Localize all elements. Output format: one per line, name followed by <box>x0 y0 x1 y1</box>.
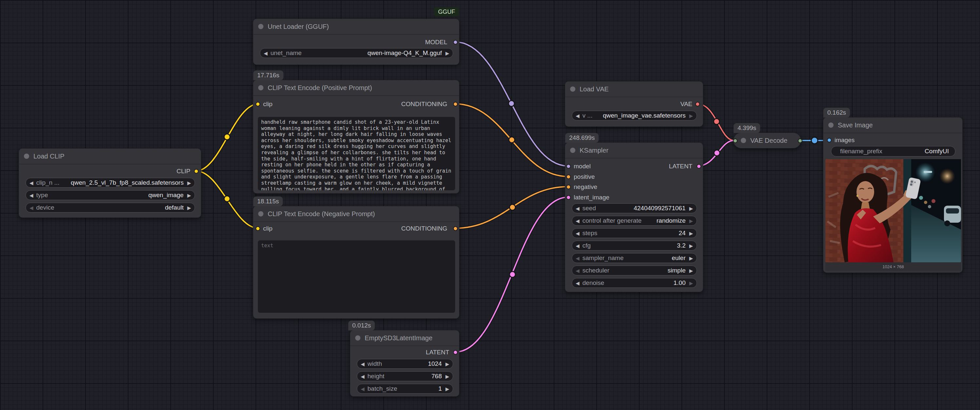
increment-arrow-icon[interactable]: ▶ <box>445 386 449 391</box>
collapsed-output-port[interactable] <box>798 138 802 143</box>
input-label-clip: clip <box>263 225 273 232</box>
link-midpoint-dot <box>714 150 720 156</box>
widget-type[interactable]: ◀ type qwen_image ▶ <box>25 190 195 200</box>
increment-arrow-icon[interactable]: ▶ <box>689 256 693 261</box>
decrement-arrow-icon[interactable]: ◀ <box>361 386 365 391</box>
increment-arrow-icon[interactable]: ▶ <box>187 205 191 210</box>
output-label-conditioning: CONDITIONING <box>401 100 447 108</box>
node-graph-canvas[interactable]: GGUF Unet Loader (GGUF) MODEL ◀ unet_nam… <box>0 0 980 410</box>
node-clip-text-encode-positive[interactable]: 17.716s CLIP Text Encode (Positive Promp… <box>253 80 459 194</box>
node-titlebar[interactable]: EmptySD3LatentImage <box>350 331 459 346</box>
output-label-vae: VAE <box>680 100 692 108</box>
output-port-model[interactable] <box>453 40 458 44</box>
decrement-arrow-icon[interactable]: ◀ <box>576 256 580 261</box>
decrement-arrow-icon[interactable]: ◀ <box>576 113 580 118</box>
node-load-clip[interactable]: Load CLIP CLIP ◀ clip_n ... qwen_2.5_vl_… <box>19 148 201 218</box>
decrement-arrow-icon[interactable]: ◀ <box>30 193 33 198</box>
node-titlebar[interactable]: Load VAE <box>565 81 703 97</box>
decrement-arrow-icon[interactable]: ◀ <box>30 205 33 210</box>
link-midpoint-dot <box>811 137 818 144</box>
execution-time-badge: 17.716s <box>253 70 283 80</box>
node-title: CLIP Text Encode (Positive Prompt) <box>268 84 372 92</box>
output-port-conditioning[interactable] <box>453 226 458 231</box>
decrement-arrow-icon[interactable]: ◀ <box>30 180 33 185</box>
widget-sampler-name[interactable]: ◀ sampler_name euler ▶ <box>572 253 697 263</box>
node-title: Load VAE <box>580 86 609 93</box>
link-midpoint-dot <box>509 100 514 106</box>
node-titlebar[interactable]: Unet Loader (GGUF) <box>253 19 459 35</box>
increment-arrow-icon[interactable]: ▶ <box>445 51 449 56</box>
increment-arrow-icon[interactable]: ▶ <box>689 281 693 286</box>
node-status-dot <box>258 85 263 91</box>
widget-height[interactable]: ◀ height 768 ▶ <box>357 371 453 381</box>
widget-vae-name[interactable]: ◀ v ... qwen_image_vae.safetensors ▶ <box>572 111 697 121</box>
input-port-latent-image[interactable] <box>566 195 571 200</box>
output-label-conditioning: CONDITIONING <box>401 225 447 232</box>
node-unet-loader-gguf[interactable]: GGUF Unet Loader (GGUF) MODEL ◀ unet_nam… <box>253 19 459 65</box>
prompt-text-area[interactable]: text <box>258 240 455 313</box>
node-load-vae[interactable]: Load VAE VAE ◀ v ... qwen_image_vae.safe… <box>565 81 703 127</box>
node-empty-sd3-latent-image[interactable]: 0.012s EmptySD3LatentImage LATENT ◀ widt… <box>350 330 459 397</box>
output-port-latent[interactable] <box>453 350 458 354</box>
widget-scheduler[interactable]: ◀ scheduler simple ▶ <box>572 265 697 275</box>
input-port-negative[interactable] <box>566 185 571 189</box>
widget-cfg[interactable]: ◀ cfg 3.2 ▶ <box>572 241 697 251</box>
increment-arrow-icon[interactable]: ▶ <box>187 193 191 198</box>
decrement-arrow-icon[interactable]: ◀ <box>576 268 580 273</box>
output-port-vae[interactable] <box>695 102 700 106</box>
decrement-arrow-icon[interactable]: ◀ <box>576 231 580 236</box>
collapsed-input-port[interactable] <box>733 138 738 143</box>
output-port-latent[interactable] <box>697 164 701 168</box>
node-titlebar[interactable]: Load CLIP <box>19 149 201 164</box>
node-clip-text-encode-negative[interactable]: 18.115s CLIP Text Encode (Negative Promp… <box>253 206 459 319</box>
node-status-dot <box>570 86 575 92</box>
output-port-conditioning[interactable] <box>453 102 458 106</box>
node-ksampler[interactable]: 248.699s KSampler model positive negativ… <box>565 143 703 292</box>
widget-batch-size[interactable]: ◀ batch_size 1 ▶ <box>357 384 453 394</box>
increment-arrow-icon[interactable]: ▶ <box>445 362 449 366</box>
node-save-image[interactable]: 0.162s Save Image images filename_prefix… <box>823 117 963 273</box>
node-title: VAE Decode <box>750 137 788 145</box>
decrement-arrow-icon[interactable]: ◀ <box>361 374 365 379</box>
decrement-arrow-icon[interactable]: ◀ <box>264 51 268 56</box>
decrement-arrow-icon[interactable]: ◀ <box>576 281 580 286</box>
node-titlebar[interactable]: KSampler <box>565 143 703 159</box>
image-resolution-caption: 1024 × 768 <box>825 262 961 271</box>
preview-image[interactable] <box>825 159 961 262</box>
widget-clip-name[interactable]: ◀ clip_n ... qwen_2.5_vl_7b_fp8_scaled.s… <box>25 178 195 188</box>
prompt-text-area[interactable]: handheld raw smartphone candid shot of a… <box>258 117 455 190</box>
node-titlebar[interactable]: CLIP Text Encode (Positive Prompt) <box>253 80 459 96</box>
input-port-positive[interactable] <box>566 175 571 179</box>
increment-arrow-icon[interactable]: ▶ <box>445 374 449 379</box>
link-midpoint-dot <box>714 119 719 124</box>
increment-arrow-icon[interactable]: ▶ <box>689 113 693 118</box>
increment-arrow-icon[interactable]: ▶ <box>689 268 693 273</box>
output-label-latent: LATENT <box>426 349 449 356</box>
input-port-model[interactable] <box>566 164 571 168</box>
input-port-clip[interactable] <box>256 102 260 106</box>
increment-arrow-icon[interactable]: ▶ <box>689 206 693 211</box>
widget-steps[interactable]: ◀ steps 24 ▶ <box>572 228 697 238</box>
node-titlebar[interactable]: CLIP Text Encode (Negative Prompt) <box>253 206 459 222</box>
widget-control-after-generate[interactable]: ◀ control after generate randomize ▶ <box>572 216 697 226</box>
decrement-arrow-icon[interactable]: ◀ <box>576 218 580 223</box>
increment-arrow-icon[interactable]: ▶ <box>689 243 693 248</box>
widget-width[interactable]: ◀ width 1024 ▶ <box>357 359 453 369</box>
decrement-arrow-icon[interactable]: ◀ <box>576 206 580 211</box>
decrement-arrow-icon[interactable]: ◀ <box>361 362 365 366</box>
widget-unet-name[interactable]: ◀ unet_name qwen-image-Q4_K_M.gguf ▶ <box>260 48 453 58</box>
node-titlebar[interactable]: Save Image <box>823 118 962 133</box>
output-port-clip[interactable] <box>194 169 199 173</box>
input-label-latent-image: latent_image <box>574 194 609 201</box>
widget-filename-prefix[interactable]: filename_prefix ComfyUI <box>831 146 955 157</box>
increment-arrow-icon[interactable]: ▶ <box>689 218 693 223</box>
increment-arrow-icon[interactable]: ▶ <box>689 231 693 236</box>
input-port-images[interactable] <box>827 138 832 143</box>
widget-device[interactable]: ◀ device default ▶ <box>25 203 195 213</box>
node-vae-decode[interactable]: 4.399s VAE Decode <box>733 133 801 148</box>
widget-denoise[interactable]: ◀ denoise 1.00 ▶ <box>572 278 697 288</box>
decrement-arrow-icon[interactable]: ◀ <box>576 243 580 248</box>
increment-arrow-icon[interactable]: ▶ <box>187 180 191 185</box>
input-port-clip[interactable] <box>256 226 260 231</box>
widget-seed[interactable]: ◀ seed 424040992571061 ▶ <box>572 203 697 213</box>
